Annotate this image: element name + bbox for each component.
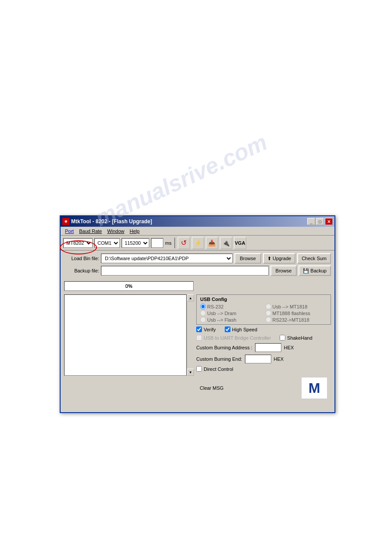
- burning-address-row: Custom Burning Address : 0 HEX: [196, 343, 331, 352]
- usb-config-group: USB Config RS-232 Usb --> MT1818 Usb: [196, 294, 331, 325]
- menu-port[interactable]: Port: [62, 228, 76, 234]
- download-button[interactable]: 📥: [206, 237, 218, 249]
- restore-button[interactable]: □: [316, 218, 324, 225]
- minimize-button[interactable]: _: [307, 218, 315, 225]
- direct-control-row: Direct Control: [196, 366, 331, 372]
- port-dropdown[interactable]: COM1 COM2 COM3: [94, 238, 120, 248]
- port-selector-group: COM1 COM2 COM3: [94, 238, 120, 248]
- baud-selector-group: 115200 57600 38400: [122, 238, 149, 248]
- main-split: ▲ ▼ USB Config RS-232: [61, 293, 334, 403]
- log-area-container: ▲ ▼: [64, 294, 194, 376]
- page-background: manualsrive.com ★ MtkTool - 8202 - [Flas…: [0, 0, 392, 555]
- refresh-icon: ↺: [181, 239, 187, 247]
- upload-button[interactable]: ⚡: [192, 237, 204, 249]
- radio-usb-dram: Usb --> Dram: [200, 310, 262, 316]
- progress-bar: 0% 0%: [64, 281, 194, 291]
- window-title: MtkTool - 8202 - [Flash Upgrade]: [71, 218, 307, 225]
- radio-mt1888-flashless-input[interactable]: [266, 310, 271, 316]
- backup-row: Backup file: backup.bin Browse 💾 Backup: [64, 265, 331, 276]
- connect-button[interactable]: 🔌: [220, 237, 232, 249]
- radio-rs232: RS-232: [200, 304, 262, 309]
- app-icon: ★: [62, 218, 69, 225]
- usb-uart-checkbox[interactable]: [196, 335, 202, 341]
- tool-button[interactable]: VGA: [234, 237, 246, 249]
- app-window: ★ MtkTool - 8202 - [Flash Upgrade] _ □ ✕…: [60, 215, 335, 413]
- usb-uart-shakehand-row: USB to UART Bridge Controller ShakeHand: [196, 335, 331, 341]
- radio-usb-flash-input[interactable]: [200, 317, 206, 323]
- browse-button-2[interactable]: Browse: [270, 265, 297, 276]
- log-area[interactable]: [64, 294, 187, 376]
- high-speed-checkbox[interactable]: [225, 326, 230, 332]
- menu-help[interactable]: Help: [127, 228, 142, 234]
- burning-address-hex-label: HEX: [284, 345, 294, 350]
- tool-icon: VGA: [235, 240, 245, 246]
- content-area: Load Bin file: D:\Software update\PDP421…: [61, 250, 334, 280]
- radio-rs232-mt1818-input[interactable]: [266, 317, 271, 323]
- radio-usb-flash: Usb --> Flash: [200, 317, 262, 323]
- upload-icon: ⚡: [194, 239, 201, 247]
- clear-msg-button[interactable]: Clear MSG: [200, 385, 223, 391]
- burning-end-row: Custom Burning End: 800000 HEX: [196, 355, 331, 363]
- direct-control-checkbox[interactable]: [196, 366, 202, 372]
- ms-label: ms: [165, 240, 172, 246]
- radio-usb-dram-label: Usb --> Dram: [207, 311, 236, 316]
- progress-label: 0%: [126, 283, 133, 289]
- ms-input[interactable]: 4: [151, 238, 163, 248]
- backup-btn-label: Backup: [310, 268, 327, 273]
- backup-input[interactable]: backup.bin: [101, 266, 269, 276]
- save-icon: 💾: [303, 268, 309, 274]
- radio-usb-dram-input[interactable]: [200, 310, 206, 316]
- scrollbar-track: [187, 301, 194, 367]
- shakehand-checkbox[interactable]: [280, 335, 285, 341]
- usb-config-title: USB Config: [200, 297, 327, 302]
- backup-button[interactable]: 💾 Backup: [298, 265, 331, 276]
- shakehand-label: ShakeHand: [287, 335, 313, 341]
- scrollbar-down-button[interactable]: ▼: [187, 369, 194, 376]
- verify-checkbox-row: Verify: [196, 326, 216, 332]
- radio-usb-flash-label: Usb --> Flash: [207, 317, 236, 323]
- scrollbar-up-button[interactable]: ▲: [187, 294, 194, 301]
- burning-end-input[interactable]: 800000: [245, 355, 271, 363]
- chip-dropdown[interactable]: MT8202 MT8201: [63, 238, 93, 248]
- load-bin-label: Load Bin file:: [64, 256, 99, 261]
- verify-checkbox[interactable]: [196, 326, 202, 332]
- shakehand-checkbox-row: ShakeHand: [280, 335, 313, 341]
- radio-usb-mt1818-input[interactable]: [266, 304, 271, 309]
- usb-config-radio-grid: RS-232 Usb --> MT1818 Usb --> Dram: [200, 304, 327, 323]
- upgrade-button[interactable]: ⬆ Upgrade: [263, 253, 295, 264]
- log-scrollbar[interactable]: ▲ ▼: [187, 294, 194, 376]
- high-speed-label: High Speed: [232, 327, 258, 332]
- browse-button-1[interactable]: Browse: [234, 253, 261, 264]
- verify-label: Verify: [204, 327, 216, 332]
- menu-bar: Port Baud Rate Window Help: [61, 227, 334, 236]
- download-icon: 📥: [208, 239, 216, 247]
- usb-uart-label: USB to UART Bridge Controller: [204, 335, 271, 341]
- progress-section: 0% 0%: [61, 280, 334, 293]
- menu-window[interactable]: Window: [104, 228, 127, 234]
- verify-highspeed-row: Verify High Speed: [196, 326, 331, 333]
- right-panel: USB Config RS-232 Usb --> MT1818 Usb: [196, 294, 331, 401]
- burning-end-label: Custom Burning End:: [196, 356, 242, 362]
- upgrade-label: Upgrade: [273, 256, 291, 261]
- backup-label: Backup file:: [64, 268, 99, 273]
- refresh-button[interactable]: ↺: [178, 237, 190, 249]
- radio-mt1888-flashless: MT1888 flashless: [266, 310, 327, 316]
- logo-box: M: [301, 377, 327, 399]
- high-speed-checkbox-row: High Speed: [225, 326, 258, 332]
- chip-selector-group: MT8202 MT8201: [63, 238, 93, 248]
- connect-icon: 🔌: [222, 239, 230, 247]
- bottom-row: Clear MSG M: [196, 375, 331, 401]
- burning-address-label: Custom Burning Address :: [196, 345, 252, 350]
- baud-dropdown[interactable]: 115200 57600 38400: [122, 238, 149, 248]
- load-bin-input[interactable]: D:\Software update\PDP4210EA1\PDP: [101, 254, 233, 263]
- toolbar: MT8202 MT8201 COM1 COM2 COM3 115200 5760…: [61, 236, 334, 250]
- load-bin-row: Load Bin file: D:\Software update\PDP421…: [64, 253, 331, 264]
- burning-end-hex-label: HEX: [274, 356, 284, 362]
- close-button[interactable]: ✕: [325, 218, 333, 225]
- title-bar: ★ MtkTool - 8202 - [Flash Upgrade] _ □ ✕: [61, 216, 334, 227]
- menu-baud-rate[interactable]: Baud Rate: [76, 228, 104, 234]
- checksum-button[interactable]: Check Sum: [297, 253, 331, 264]
- burning-address-input[interactable]: 0: [255, 343, 281, 352]
- direct-control-label: Direct Control: [204, 366, 233, 372]
- radio-rs232-input[interactable]: [200, 304, 206, 309]
